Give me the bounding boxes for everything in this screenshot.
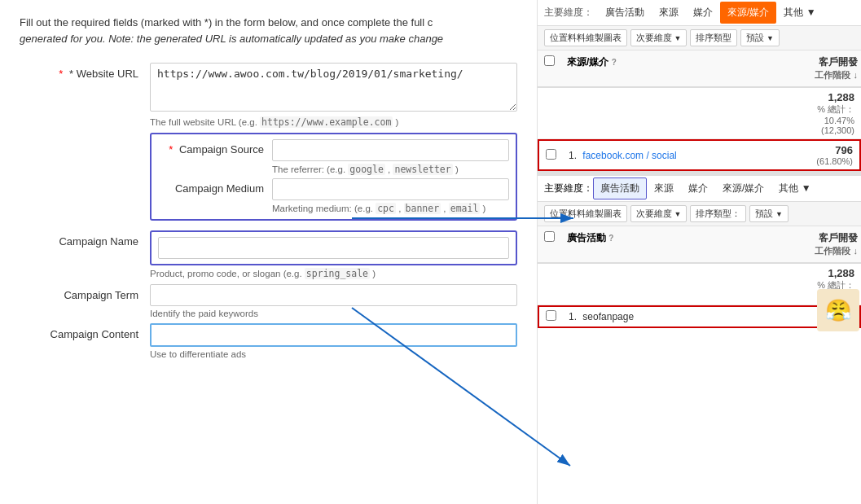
website-url-row: * * Website URL https://www.awoo.com.tw/… <box>20 63 517 128</box>
right-panel: 主要維度： 廣告活動 來源 媒介 來源/媒介 其他 ▼ 位置料料維製圖表 次要維… <box>538 0 861 504</box>
toolbar-2: 位置料料維製圖表 次要維度 排序類型： 預設 <box>538 202 861 226</box>
summary-name-2 <box>560 281 755 287</box>
source-required-star: * <box>169 143 173 156</box>
campaign-term-label: Campaign Term <box>20 284 150 301</box>
preset-btn-1[interactable]: 預設 <box>740 29 779 46</box>
tab-source-medium-2[interactable]: 來源/媒介 <box>715 177 771 199</box>
campaign-name-row: Campaign Name seofanpage Product, promo … <box>20 230 517 279</box>
down-arrow-2: ↓ <box>854 246 859 256</box>
meme-image: 😤 <box>817 289 859 331</box>
top-nav-1-label: 主要維度： <box>544 6 593 20</box>
table-1-summary-row: 1,288 % 總計：10.47%(12,300) <box>538 88 861 139</box>
conversion-main-label-1: 客戶開發 <box>819 55 858 69</box>
campaign-name-input[interactable]: seofanpage <box>158 237 509 259</box>
website-url-hint: The full website URL (e.g. https://www.e… <box>150 116 517 128</box>
campaign-name-highlight-box: seofanpage <box>150 230 517 265</box>
intro-line2: generated for you. Note: the generated U… <box>20 33 443 45</box>
table-2-header: 廣告活動 ? 客戶開發 工作階段 ↓ <box>538 226 861 264</box>
website-url-label: * * Website URL <box>20 63 150 80</box>
campaign-term-input[interactable] <box>150 284 517 306</box>
campaign-source-field-wrap: facebook.com The referrer: (e.g. google … <box>272 139 509 175</box>
campaign-content-field-wrap: Use to differentiate ads <box>150 323 517 359</box>
th-source-medium: 來源/媒介 ? <box>560 50 755 86</box>
row1-checkbox-1[interactable] <box>546 149 556 160</box>
tab-medium-2[interactable]: 媒介 <box>681 177 715 199</box>
ad-activity-hint-icon: ? <box>608 234 613 243</box>
top-nav-2: 主要維度： 廣告活動 來源 媒介 來源/媒介 其他 ▼ <box>538 176 861 202</box>
th-check-2 <box>538 226 560 262</box>
tab-ad-activity-1[interactable]: 廣告活動 <box>598 2 652 24</box>
table-2-summary-row: 1,288 % 總計：10.47% <box>538 264 861 305</box>
campaign-source-hint: The referrer: (e.g. google , newsletter … <box>272 164 509 175</box>
conversion-sub-2: 客戶開發 工作階段 ↓ <box>758 231 858 257</box>
tab-source-1[interactable]: 來源 <box>652 2 686 24</box>
table-1-row-1: 1. facebook.com / social 796 (61.80%) <box>538 139 861 171</box>
campaign-medium-input[interactable]: social <box>272 178 509 200</box>
campaign-content-row: Campaign Content Use to differentiate ad… <box>20 323 517 359</box>
page-wrapper: Fill out the required fields (marked wit… <box>0 0 861 504</box>
top-nav-1: 主要維度： 廣告活動 來源 媒介 來源/媒介 其他 ▼ <box>538 0 861 26</box>
source-medium-box: * Campaign Source facebook.com The refer… <box>150 133 517 226</box>
campaign-term-row: Campaign Term Identify the paid keywords <box>20 284 517 318</box>
th-check-1 <box>538 50 560 86</box>
intro-line1: Fill out the required fields (marked wit… <box>20 16 433 28</box>
tab-source-2[interactable]: 來源 <box>647 177 681 199</box>
conversion-sub-label-2: 工作階段 ↓ <box>815 245 858 257</box>
th-conversion-1: 客戶開發 工作階段 ↓ <box>755 50 861 86</box>
chart-btn-1[interactable]: 位置料料維製圖表 <box>544 29 627 46</box>
summary-value-1: 1,288 % 總計：10.47%(12,300) <box>755 88 861 138</box>
tab-ad-activity-2[interactable]: 廣告活動 <box>593 177 647 199</box>
row1-checkbox-2[interactable] <box>546 310 556 321</box>
campaign-term-field-wrap: Identify the paid keywords <box>150 284 517 318</box>
tab-other-1[interactable]: 其他 ▼ <box>776 2 823 24</box>
row1-name-1[interactable]: 1. facebook.com / social <box>562 147 753 164</box>
campaign-content-label: Campaign Content <box>20 323 150 340</box>
campaign-name-label: Campaign Name <box>20 230 150 248</box>
intro-text: Fill out the required fields (marked wit… <box>20 15 508 46</box>
summary-sub-1: % 總計：10.47%(12,300) <box>762 103 854 135</box>
conversion-main-label-2: 客戶開發 <box>819 231 858 245</box>
website-url-input[interactable]: https://www.awoo.com.tw/blog/2019/01/sma… <box>150 63 517 112</box>
source-medium-highlight-box: * Campaign Source facebook.com The refer… <box>150 133 517 221</box>
sort-type-btn-2[interactable]: 排序類型： <box>690 205 746 222</box>
medium-inner-row: Campaign Medium social Marketing medium:… <box>158 178 509 214</box>
tab-medium-1[interactable]: 媒介 <box>686 2 720 24</box>
campaign-source-input[interactable]: facebook.com <box>272 139 509 161</box>
down-arrow-1: ↓ <box>854 70 859 80</box>
table-2-row-1-wrapper: 1. seofanpage 78 😤 <box>538 305 861 328</box>
summary-check-2 <box>538 281 560 287</box>
row1-check-1 <box>539 146 562 165</box>
campaign-source-label: * Campaign Source <box>158 139 272 156</box>
campaign-content-hint: Use to differentiate ads <box>150 349 517 359</box>
secondary-dim-btn-2[interactable]: 次要維度 <box>630 205 687 222</box>
row1-name-2[interactable]: 1. seofanpage <box>562 308 753 326</box>
row1-check-2 <box>539 307 562 327</box>
select-all-checkbox-2[interactable] <box>544 231 555 242</box>
secondary-dim-btn-1[interactable]: 次要維度 <box>630 29 687 46</box>
table-1-header: 來源/媒介 ? 客戶開發 工作階段 ↓ <box>538 50 861 88</box>
campaign-term-hint: Identify the paid keywords <box>150 309 517 318</box>
campaign-content-input[interactable] <box>150 323 517 347</box>
campaign-medium-label: Campaign Medium <box>158 178 272 195</box>
th-conversion-2: 客戶開發 工作階段 ↓ <box>755 226 861 262</box>
summary-main-2: 1,288 <box>762 267 854 279</box>
website-url-field-wrap: https://www.awoo.com.tw/blog/2019/01/sma… <box>150 63 517 128</box>
preset-btn-2[interactable]: 預設 <box>749 205 788 222</box>
conversion-sub-1: 客戶開發 工作階段 ↓ <box>758 55 858 81</box>
left-panel: Fill out the required fields (marked wit… <box>0 0 538 504</box>
chart-btn-2[interactable]: 位置料料維製圖表 <box>544 205 627 222</box>
row1-sub-1: (61.80%) <box>760 156 853 166</box>
website-url-label-text: * Website URL <box>69 68 138 80</box>
conversion-sub-label-1: 工作階段 ↓ <box>815 69 858 81</box>
tab-source-medium-1[interactable]: 來源/媒介 <box>720 2 776 24</box>
campaign-name-field-wrap: seofanpage Product, promo code, or sloga… <box>150 230 517 279</box>
row1-main-1: 796 <box>760 144 853 156</box>
sort-type-btn-1[interactable]: 排序類型 <box>690 29 737 46</box>
select-all-checkbox-1[interactable] <box>544 55 555 66</box>
summary-name-1 <box>560 110 755 116</box>
campaign-name-hint: Product, promo code, or slogan (e.g. spr… <box>150 268 517 279</box>
tab-other-2[interactable]: 其他 ▼ <box>771 177 818 199</box>
summary-main-1: 1,288 <box>762 91 854 103</box>
source-inner-row: * Campaign Source facebook.com The refer… <box>158 139 509 175</box>
source-medium-hint-icon: ? <box>612 58 617 67</box>
